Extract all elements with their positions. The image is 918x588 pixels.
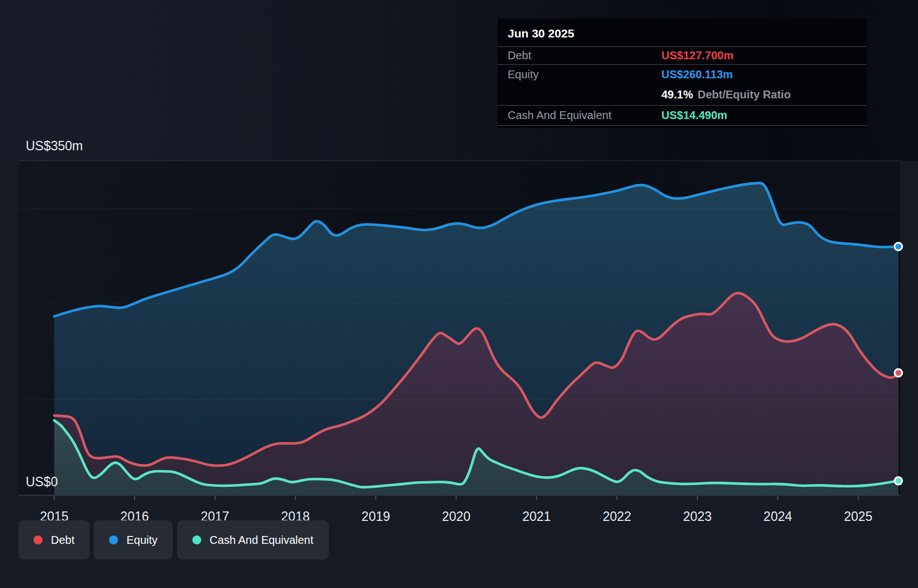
legend-item-debt[interactable]: Debt: [18, 520, 89, 559]
y-axis-label-zero: US$0: [26, 475, 58, 489]
debt-equity-ratio-label: Debt/Equity Ratio: [698, 88, 791, 101]
tooltip-date: Jun 30 2025: [498, 18, 867, 47]
tooltip-row-debt: Debt US$127.700m: [498, 47, 867, 65]
debt-endpoint-marker: [895, 369, 902, 377]
legend-item-cash[interactable]: Cash And Equivalent: [177, 520, 329, 559]
tooltip-row-ratio: 49.1% Debt/Equity Ratio: [498, 84, 867, 105]
tooltip-equity-value: US$260.113m: [661, 68, 733, 81]
equity-endpoint-marker: [895, 243, 902, 250]
tooltip-debt-value: US$127.700m: [661, 49, 734, 62]
legend: Debt Equity Cash And Equivalent: [18, 520, 329, 559]
equity-dot-icon: [109, 535, 118, 544]
tooltip-equity-label: Equity: [508, 68, 661, 81]
tooltip-row-equity: Equity US$260.113m: [498, 65, 867, 84]
debt-dot-icon: [34, 535, 42, 544]
legend-item-equity[interactable]: Equity: [94, 520, 173, 559]
debt-equity-ratio-value: 49.1%: [661, 88, 693, 101]
x-axis-label-2021: 2021: [522, 509, 551, 524]
y-axis-label-top: US$350m: [26, 139, 83, 153]
cash-and-equivalent-endpoint-marker: [895, 477, 902, 485]
x-axis-label-2020: 2020: [442, 509, 470, 524]
x-axis-label-2022: 2022: [603, 509, 631, 524]
legend-cash-label: Cash And Equivalent: [210, 534, 314, 547]
x-axis-label-2025: 2025: [844, 509, 872, 524]
x-axis-label-2019: 2019: [362, 509, 390, 524]
x-axis-label-2023: 2023: [683, 509, 712, 524]
tooltip-cash-label: Cash And Equivalent: [508, 109, 661, 122]
cash-dot-icon: [192, 535, 201, 544]
tooltip-panel: Jun 30 2025 Debt US$127.700m Equity US$2…: [498, 18, 867, 128]
legend-equity-label: Equity: [126, 534, 158, 547]
chart-canvas[interactable]: 2015201620172018201920202021202220232024…: [0, 0, 918, 588]
legend-debt-label: Debt: [51, 534, 74, 547]
tooltip-row-cash: Cash And Equivalent US$14.490m: [498, 105, 867, 126]
tooltip-debt-label: Debt: [508, 49, 661, 62]
tooltip-cash-value: US$14.490m: [661, 109, 727, 122]
x-axis-label-2024: 2024: [764, 509, 792, 524]
